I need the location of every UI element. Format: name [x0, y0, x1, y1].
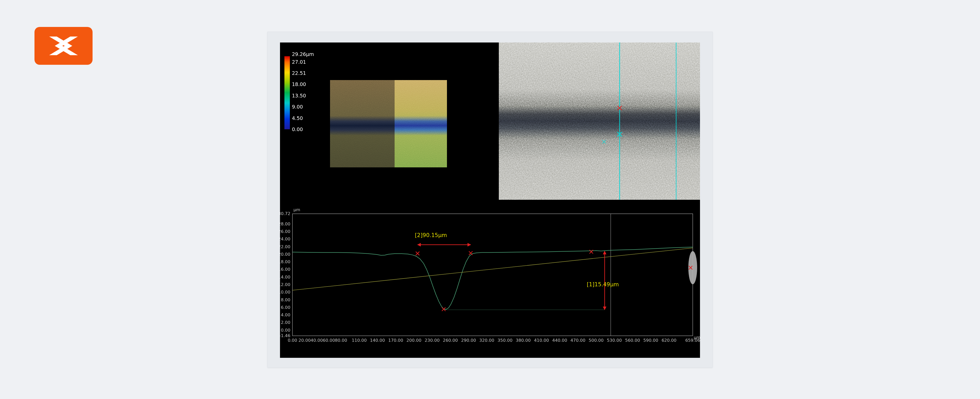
- brand-logo: [35, 27, 92, 65]
- svg-text:6.00: 6.00: [281, 305, 290, 310]
- legend-label: 18.00: [292, 81, 306, 87]
- svg-text:320.00: 320.00: [479, 338, 495, 343]
- y-axis-labels: 30.7228.0026.0024.0022.0020.0018.0016.00…: [280, 211, 290, 338]
- color-scale-bar: [285, 56, 290, 129]
- measure-mark: [416, 251, 420, 255]
- svg-text:10.00: 10.00: [280, 290, 290, 294]
- legend-label: 13.50: [292, 93, 306, 99]
- measurement-2: [2]90.15µm: [415, 232, 473, 256]
- y-axis-unit: µm: [293, 207, 300, 212]
- svg-text:140.00: 140.00: [370, 338, 385, 343]
- svg-text:12.00: 12.00: [280, 282, 290, 287]
- svg-text:24.00: 24.00: [280, 237, 290, 242]
- svg-text:350.00: 350.00: [498, 338, 512, 343]
- svg-text:26.00: 26.00: [280, 229, 290, 234]
- svg-text:14.00: 14.00: [280, 275, 290, 280]
- profile-chart: 30.7228.0026.0024.0022.0020.0018.0016.00…: [280, 200, 700, 358]
- svg-text:8.00: 8.00: [281, 297, 290, 302]
- height-map-image: [330, 80, 447, 167]
- measurement-label-1: [1]15.49µm: [587, 281, 619, 288]
- viewer-workspace: 29.26µm 27.01 22.51 18.00 13.50 9.00 4.5…: [280, 43, 700, 358]
- reference-line: [293, 248, 693, 290]
- svg-text:110.00: 110.00: [352, 338, 367, 343]
- legend-label: 29.26µm: [292, 51, 314, 57]
- svg-text:290.00: 290.00: [461, 338, 476, 343]
- legend-label: 0.00: [292, 126, 303, 132]
- svg-text:4.00: 4.00: [281, 312, 290, 317]
- svg-text:0.00: 0.00: [281, 328, 290, 333]
- svg-text:0.00: 0.00: [288, 338, 298, 343]
- page: { "colors": { "brand_orange": "#f3580f",…: [0, 0, 980, 399]
- svg-text:440.00: 440.00: [552, 338, 567, 343]
- svg-text:530.00: 530.00: [607, 338, 622, 343]
- svg-text:40.00: 40.00: [310, 338, 323, 343]
- legend-label: 9.00: [292, 104, 303, 110]
- micrograph-image: [499, 43, 700, 200]
- measure-mark: [469, 251, 473, 255]
- legend-label: 22.51: [292, 70, 306, 76]
- svg-text:260.00: 260.00: [443, 338, 458, 343]
- legend-label: 27.01: [292, 59, 306, 65]
- measurement-app-window: 29.26µm 27.01 22.51 18.00 13.50 9.00 4.5…: [267, 32, 713, 367]
- measurement-label-2: [2]90.15µm: [415, 232, 447, 238]
- svg-text:620.00: 620.00: [662, 338, 677, 343]
- profile-chart-panel: 30.7228.0026.0024.0022.0020.0018.0016.00…: [280, 200, 700, 358]
- measurement-1: [1]15.49µm: [442, 250, 619, 311]
- svg-text:22.00: 22.00: [280, 244, 290, 249]
- micrograph-panel: [499, 43, 700, 200]
- svg-text:60.00: 60.00: [323, 338, 335, 343]
- svg-text:380.00: 380.00: [515, 338, 531, 343]
- svg-text:30.72: 30.72: [280, 211, 290, 216]
- svg-text:230.00: 230.00: [425, 338, 440, 343]
- svg-text:2.00: 2.00: [281, 320, 290, 325]
- svg-text:18.00: 18.00: [280, 259, 290, 264]
- svg-text:200.00: 200.00: [407, 338, 422, 343]
- legend-label: 4.50: [292, 115, 303, 121]
- height-map-render: [330, 80, 447, 167]
- height-map-panel: 29.26µm 27.01 22.51 18.00 13.50 9.00 4.5…: [280, 43, 498, 200]
- svg-text:470.00: 470.00: [570, 338, 585, 343]
- scroll-handle[interactable]: [688, 251, 697, 284]
- x-axis-unit: µm: [694, 335, 700, 340]
- x-axis-labels: 0.0020.0040.0060.0080.00110.00140.00170.…: [288, 338, 700, 343]
- brand-logo-mark: [41, 31, 86, 60]
- svg-text:410.00: 410.00: [534, 338, 549, 343]
- svg-text:28.00: 28.00: [280, 221, 290, 226]
- svg-text:590.00: 590.00: [643, 338, 658, 343]
- measure-mark: [590, 250, 593, 254]
- svg-text:20.00: 20.00: [280, 252, 290, 257]
- svg-text:170.00: 170.00: [388, 338, 403, 343]
- svg-text:500.00: 500.00: [589, 338, 603, 343]
- svg-text:16.00: 16.00: [280, 267, 290, 272]
- plot-frame: [293, 214, 693, 336]
- svg-text:80.00: 80.00: [335, 338, 347, 343]
- svg-text:20.00: 20.00: [298, 338, 310, 343]
- svg-text:-1.46: -1.46: [280, 333, 290, 338]
- svg-text:560.00: 560.00: [625, 338, 640, 343]
- surface-profile: [293, 247, 693, 309]
